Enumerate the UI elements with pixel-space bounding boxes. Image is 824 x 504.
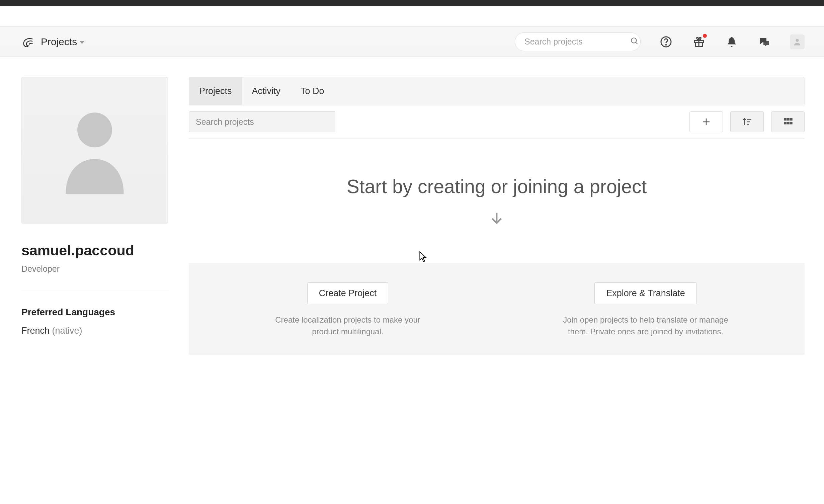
create-project-desc: Create localization projects to make you… (261, 314, 435, 338)
page-body: samuel.paccoud Developer Preferred Langu… (0, 57, 824, 368)
profile-sidebar: samuel.paccoud Developer Preferred Langu… (21, 77, 169, 336)
bell-icon[interactable] (724, 34, 739, 49)
search-icon (630, 37, 639, 47)
svg-rect-7 (784, 118, 787, 121)
projects-dropdown[interactable]: Projects (41, 36, 84, 48)
gift-icon[interactable] (691, 34, 706, 49)
svg-rect-9 (790, 118, 793, 121)
svg-point-6 (77, 112, 112, 147)
language-note: (native) (52, 326, 82, 336)
explore-translate-button[interactable]: Explore & Translate (594, 282, 697, 304)
tab-activity[interactable]: Activity (242, 77, 291, 105)
empty-state-heading: Start by creating or joining a project (189, 175, 805, 197)
notification-dot-icon (703, 34, 707, 38)
projects-dropdown-label: Projects (41, 36, 77, 48)
messages-icon[interactable] (757, 34, 772, 49)
svg-point-5 (796, 38, 799, 41)
main-navbar: Projects (0, 27, 824, 57)
help-icon[interactable] (659, 34, 673, 49)
preferred-language-item: French (native) (21, 326, 169, 336)
explore-translate-desc: Join open projects to help translate or … (559, 314, 733, 338)
sort-button[interactable] (730, 111, 764, 132)
chevron-down-icon (80, 41, 84, 44)
browser-chrome-top (0, 0, 824, 6)
tab-projects[interactable]: Projects (189, 77, 242, 105)
tab-todo[interactable]: To Do (291, 77, 334, 105)
explore-translate-card: Explore & Translate Join open projects t… (497, 282, 795, 338)
projects-toolbar (189, 105, 805, 139)
username: samuel.paccoud (21, 242, 169, 259)
svg-rect-12 (790, 122, 793, 124)
main-content: Projects Activity To Do (189, 77, 805, 355)
avatar-placeholder[interactable] (21, 77, 168, 224)
svg-point-2 (666, 45, 666, 45)
add-project-button[interactable] (689, 111, 723, 132)
projects-search-input[interactable] (189, 111, 335, 132)
svg-rect-10 (784, 122, 787, 124)
person-icon (58, 107, 132, 194)
grid-icon (783, 117, 793, 127)
sort-icon (742, 117, 752, 127)
preferred-languages-heading: Preferred Languages (21, 307, 169, 318)
global-search[interactable] (515, 32, 641, 51)
user-role: Developer (21, 264, 169, 290)
svg-rect-11 (787, 122, 790, 124)
crowdin-logo-icon[interactable] (21, 34, 35, 49)
create-project-button[interactable]: Create Project (307, 282, 389, 304)
user-avatar-menu[interactable] (790, 34, 805, 49)
browser-chrome-gap (0, 6, 824, 27)
create-project-card: Create Project Create localization proje… (199, 282, 497, 338)
svg-point-0 (631, 38, 636, 43)
language-name: French (21, 326, 50, 336)
svg-rect-8 (787, 118, 790, 121)
global-search-input[interactable] (524, 37, 630, 47)
tabs-bar: Projects Activity To Do (189, 77, 805, 105)
plus-icon (701, 117, 711, 127)
empty-state-actions: Create Project Create localization proje… (189, 263, 805, 355)
grid-view-button[interactable] (771, 111, 805, 132)
arrow-down-icon (189, 211, 805, 226)
